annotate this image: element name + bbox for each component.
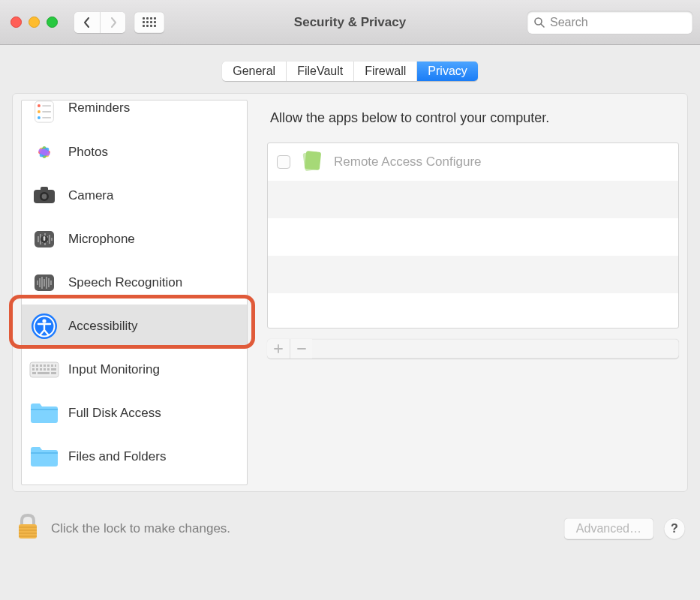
search-input[interactable] [527, 11, 692, 34]
app-list[interactable]: Remote Access Configure [267, 142, 679, 328]
svg-point-5 [38, 116, 41, 119]
svg-point-39 [42, 319, 46, 322]
svg-rect-54 [32, 372, 36, 374]
folder-icon [29, 398, 59, 428]
svg-rect-42 [36, 364, 38, 367]
svg-rect-49 [36, 368, 38, 370]
add-button[interactable] [267, 339, 290, 358]
svg-rect-58 [31, 452, 58, 454]
traffic-lights [11, 16, 58, 28]
add-remove-segment [267, 339, 679, 358]
svg-point-4 [38, 110, 41, 113]
lock-icon[interactable] [15, 512, 41, 545]
sidebar-item-photos[interactable]: Photos [22, 130, 247, 174]
detail-prompt: Allow the apps below to control your com… [267, 100, 679, 142]
svg-rect-56 [51, 372, 56, 374]
footer: Click the lock to make changes. Advanced… [12, 512, 688, 545]
grid-icon [143, 17, 156, 27]
back-button[interactable] [74, 12, 100, 33]
sidebar-item-label: Reminders [68, 100, 130, 116]
svg-rect-50 [40, 368, 42, 370]
sidebar-item-label: Files and Folders [68, 449, 166, 464]
app-row-empty [268, 256, 678, 293]
svg-rect-43 [40, 364, 42, 367]
svg-rect-48 [32, 368, 35, 370]
tab-firewall[interactable]: Firewall [353, 62, 416, 81]
tabs-segment: General FileVault Firewall Privacy [222, 62, 478, 81]
forward-button[interactable] [100, 12, 125, 33]
keyboard-icon [29, 355, 59, 385]
sidebar-item-label: Speech Recognition [68, 275, 182, 290]
show-all-button[interactable] [134, 12, 164, 33]
svg-rect-46 [51, 364, 53, 367]
app-icon [299, 148, 325, 177]
svg-rect-45 [47, 364, 50, 367]
minus-icon [297, 344, 306, 353]
detail-pane: Allow the apps below to control your com… [267, 100, 679, 485]
svg-rect-51 [44, 368, 46, 370]
sidebar-item-reminders[interactable]: Reminders [22, 100, 247, 130]
svg-rect-60 [305, 151, 321, 170]
search-wrap [527, 11, 692, 34]
zoom-window-button[interactable] [47, 16, 58, 28]
content-area: General FileVault Firewall Privacy Remin… [0, 45, 700, 600]
search-icon [533, 16, 545, 28]
svg-rect-15 [41, 187, 48, 191]
folder-icon [29, 442, 59, 472]
sidebar-item-accessibility[interactable]: Accessibility [22, 304, 247, 348]
sidebar-item-label: Accessibility [68, 319, 138, 334]
camera-icon [29, 181, 59, 211]
sidebar-item-input-monitoring[interactable]: Input Monitoring [22, 348, 247, 392]
svg-rect-53 [51, 368, 56, 370]
accessibility-icon [29, 311, 59, 341]
sidebar-item-speech-recognition[interactable]: Speech Recognition [22, 261, 247, 304]
svg-point-3 [38, 104, 41, 107]
sidebar-item-camera[interactable]: Camera [22, 174, 247, 218]
microphone-icon [29, 224, 59, 254]
privacy-panel: Reminders Photos [12, 93, 688, 492]
plus-icon [274, 344, 283, 353]
svg-rect-41 [32, 364, 35, 367]
sidebar-item-files-and-folders[interactable]: Files and Folders [22, 435, 247, 478]
svg-rect-28 [44, 236, 46, 241]
minimize-window-button[interactable] [29, 16, 40, 28]
sidebar-item-label: Full Disk Access [68, 406, 161, 421]
sidebar-item-full-disk-access[interactable]: Full Disk Access [22, 392, 247, 435]
lock-hint-text: Click the lock to make changes. [51, 521, 230, 536]
svg-rect-57 [31, 409, 58, 410]
svg-rect-55 [38, 372, 50, 374]
speech-recognition-icon [29, 268, 59, 298]
app-checkbox[interactable] [277, 155, 290, 169]
photos-icon [29, 137, 59, 167]
advanced-button[interactable]: Advanced… [564, 518, 653, 539]
chevron-left-icon [83, 17, 91, 28]
sidebar-item-label: Input Monitoring [68, 362, 160, 377]
remove-button[interactable] [290, 339, 312, 358]
help-button[interactable]: ? [664, 518, 685, 539]
tab-general[interactable]: General [222, 62, 286, 81]
sidebar-item-label: Photos [68, 145, 108, 160]
svg-rect-52 [47, 368, 50, 370]
nav-segment [74, 12, 125, 33]
tab-bar: General FileVault Firewall Privacy [12, 45, 688, 93]
svg-line-1 [541, 24, 544, 27]
app-row[interactable]: Remote Access Configure [268, 143, 678, 181]
tab-filevault[interactable]: FileVault [286, 62, 353, 81]
app-name: Remote Access Configure [334, 154, 482, 170]
chevron-right-icon [110, 17, 117, 28]
tab-privacy[interactable]: Privacy [416, 62, 477, 81]
svg-rect-47 [55, 364, 56, 367]
window-toolbar: Security & Privacy [0, 0, 700, 45]
svg-rect-44 [44, 364, 46, 367]
reminders-icon [29, 100, 59, 123]
svg-point-17 [42, 194, 47, 200]
sidebar-item-label: Microphone [68, 232, 135, 247]
app-row-empty [268, 293, 678, 328]
privacy-category-list[interactable]: Reminders Photos [21, 100, 248, 485]
sidebar-item-label: Camera [68, 188, 113, 203]
close-window-button[interactable] [11, 16, 22, 28]
sidebar-item-microphone[interactable]: Microphone [22, 218, 247, 261]
app-row-empty [268, 181, 678, 218]
app-row-empty [268, 218, 678, 256]
